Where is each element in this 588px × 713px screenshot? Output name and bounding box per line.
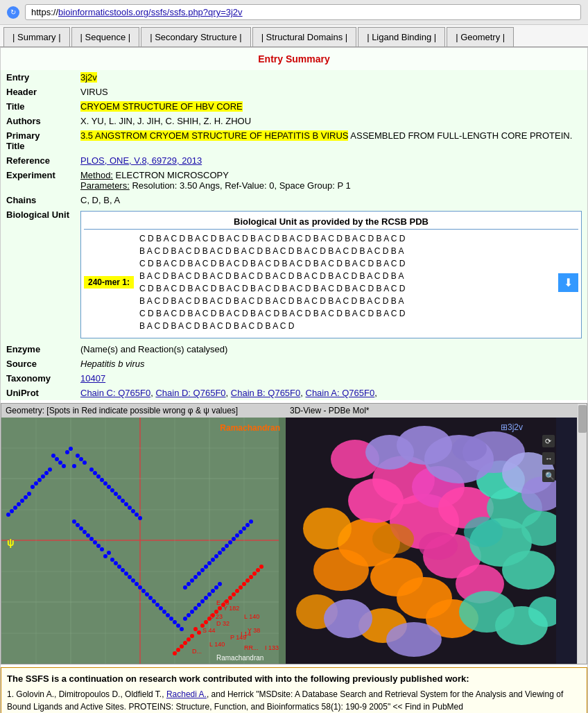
svg-point-176 xyxy=(502,551,555,590)
scrollbar-thumb[interactable] xyxy=(578,405,587,433)
pdb-3d-panel: 3D-View - PDBe Mol* xyxy=(286,404,577,664)
svg-point-111 xyxy=(235,533,239,538)
entry-summary-title: Entry Summary xyxy=(1,48,587,70)
svg-text:S 44: S 44 xyxy=(202,627,216,634)
tab-secondary-structure[interactable]: | Secondary Structure | xyxy=(141,27,250,46)
biological-unit-row: Biological Unit Biological Unit as provi… xyxy=(1,207,587,342)
svg-point-134 xyxy=(242,582,246,586)
experiment-row: Experiment Method: ELECTRON MICROSCOPY P… xyxy=(1,168,587,193)
svg-point-21 xyxy=(41,474,45,479)
svg-point-36 xyxy=(20,499,24,503)
svg-point-89 xyxy=(197,603,201,607)
uniprot-row: UniProt Chain C: Q765F0, Chain D: Q765F0… xyxy=(1,386,587,400)
svg-point-37 xyxy=(100,478,104,482)
chains-value: C, D, B, A xyxy=(75,193,587,207)
pdb-panel-title: 3D-View - PDBe Mol* xyxy=(286,404,577,418)
download-button[interactable]: ⬇ xyxy=(558,273,578,292)
info-table: Entry 3j2v Header VIRUS Title CRYOEM STR… xyxy=(1,70,587,400)
svg-point-30 xyxy=(72,464,76,468)
svg-point-135 xyxy=(245,578,250,583)
svg-point-41 xyxy=(13,506,17,510)
scrollbar[interactable] xyxy=(577,404,587,664)
svg-point-159 xyxy=(313,549,369,591)
tab-geometry[interactable]: | Geometry | xyxy=(447,27,514,46)
header-value: VIRUS xyxy=(75,85,587,99)
visualization-panels: Geometry: [Spots in Red indicate possibl… xyxy=(1,403,587,664)
svg-point-101 xyxy=(193,575,198,579)
title-row: Title CRYOEM STRUCTURE OF HBV CORE xyxy=(1,99,587,114)
svg-point-90 xyxy=(200,599,205,603)
svg-point-65 xyxy=(135,582,139,586)
taxonomy-value: 10407 xyxy=(75,371,587,386)
svg-point-137 xyxy=(249,575,253,579)
svg-point-96 xyxy=(200,568,205,572)
title-label: Title xyxy=(1,99,75,114)
svg-point-94 xyxy=(214,585,218,590)
svg-point-24 xyxy=(44,471,49,475)
svg-point-50 xyxy=(131,509,135,513)
svg-point-54 xyxy=(110,558,114,562)
svg-text:⊞3j2v: ⊞3j2v xyxy=(501,422,523,432)
taxonomy-label: Taxonomy xyxy=(1,371,75,386)
bio-unit-letters: C D B A C D B A C D B A C D B A C D B A … xyxy=(137,230,558,335)
svg-point-189 xyxy=(386,622,442,657)
svg-point-39 xyxy=(103,481,107,486)
tab-summary[interactable]: | Summary | xyxy=(3,27,70,46)
pdb-3d-view[interactable]: ⊞3j2v ⟳ ↔ 🔍 xyxy=(286,418,577,664)
svg-point-75 xyxy=(155,603,159,607)
svg-point-98 xyxy=(207,561,211,565)
svg-point-15 xyxy=(55,457,59,461)
svg-point-104 xyxy=(190,578,194,583)
svg-point-108 xyxy=(228,540,232,544)
svg-point-82 xyxy=(173,620,177,624)
svg-point-27 xyxy=(31,485,35,489)
svg-point-91 xyxy=(204,596,208,600)
bio-unit-header: Biological Unit as provided by the RCSB … xyxy=(84,214,578,230)
svg-point-76 xyxy=(159,606,163,610)
svg-point-88 xyxy=(193,606,198,610)
reference-label: Reference xyxy=(1,153,75,168)
svg-point-19 xyxy=(48,467,52,472)
svg-point-106 xyxy=(187,582,191,586)
svg-point-115 xyxy=(249,519,253,524)
svg-point-83 xyxy=(176,624,180,628)
tab-ligand-binding[interactable]: | Ligand Binding | xyxy=(358,27,445,46)
experiment-value: Method: ELECTRON MICROSCOPY Parameters: … xyxy=(75,168,587,193)
svg-point-190 xyxy=(372,524,414,554)
svg-point-26 xyxy=(34,481,38,486)
svg-point-121 xyxy=(187,637,191,642)
svg-point-28 xyxy=(79,457,83,461)
svg-point-34 xyxy=(93,471,97,475)
nav-tabs: | Summary | | Sequence | | Secondary Str… xyxy=(0,25,588,47)
svg-point-52 xyxy=(138,516,142,520)
svg-point-97 xyxy=(204,565,208,569)
url-domain: bioinformaticstools.org/ssfs/ssfs.php?qr… xyxy=(58,7,243,17)
svg-point-43 xyxy=(10,509,14,513)
svg-text:L 140: L 140 xyxy=(244,613,259,620)
svg-point-45 xyxy=(117,495,121,499)
chains-row: Chains C, D, B, A xyxy=(1,193,587,207)
svg-point-25 xyxy=(76,454,80,458)
svg-point-103 xyxy=(218,551,222,555)
entry-row: Entry 3j2v xyxy=(1,70,587,85)
svg-point-123 xyxy=(183,641,187,645)
svg-point-61 xyxy=(128,575,132,579)
svg-point-112 xyxy=(239,530,243,534)
svg-point-17 xyxy=(62,464,66,468)
footer-section: The SSFS is a continuation on research w… xyxy=(1,667,587,713)
footer-title: The SSFS is a continuation on research w… xyxy=(7,673,581,684)
svg-text:Ramachandran: Ramachandran xyxy=(216,654,263,662)
svg-text:ψ: ψ xyxy=(7,537,15,548)
svg-point-100 xyxy=(211,558,215,562)
svg-point-80 xyxy=(72,519,76,524)
tab-sequence[interactable]: | Sequence | xyxy=(71,27,140,46)
header-row: Header VIRUS xyxy=(1,85,587,99)
svg-point-84 xyxy=(180,627,184,631)
svg-point-78 xyxy=(162,610,166,614)
svg-point-64 xyxy=(93,540,97,544)
tab-structural-domains[interactable]: | Structural Domains | xyxy=(252,27,357,46)
header-label: Header xyxy=(1,85,75,99)
svg-point-168 xyxy=(348,479,404,523)
svg-point-51 xyxy=(135,513,139,517)
url-bar[interactable]: https://bioinformaticstools.org/ssfs/ssf… xyxy=(25,4,581,20)
